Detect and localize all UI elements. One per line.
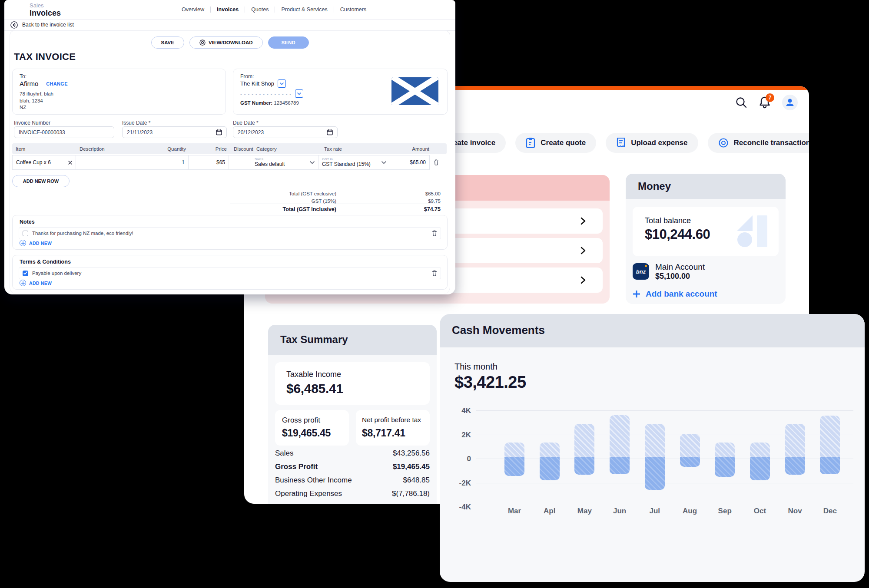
tab-products-services[interactable]: Product & Services [275, 7, 333, 13]
chart-bar [680, 434, 700, 467]
x-axis-label: Jul [635, 507, 674, 515]
delete-term-icon[interactable] [432, 270, 437, 276]
cash-plot: 4K2K0-2K-4K [476, 410, 853, 507]
terms-title: Terms & Conditions [20, 259, 71, 265]
y-axis-tick: 0 [445, 455, 471, 463]
y-axis-tick: -2K [445, 479, 471, 488]
due-date-input[interactable]: 20/12/2023 [233, 126, 338, 138]
total-balance-card: Total balance $10,244.60 [633, 207, 779, 256]
total-excl-value: $65.00 [362, 191, 441, 196]
chart-bar [574, 424, 594, 475]
gst-label: GST (15%) [187, 198, 336, 204]
tab-invoices[interactable]: Invoices [210, 7, 245, 13]
this-month-label: This month [454, 362, 498, 372]
chart-bar-outflow [645, 457, 665, 490]
view-icon [199, 40, 206, 46]
x-axis-label: Aug [670, 507, 710, 515]
delete-note-icon[interactable] [432, 230, 437, 236]
tax-row: Sales $43,256.56 [275, 446, 430, 460]
add-new-term-link[interactable]: ADD NEW [20, 280, 52, 286]
section-tabs: Overview Invoices Quotes Product & Servi… [176, 0, 372, 19]
y-axis-tick: 2K [445, 431, 471, 439]
chevron-right-icon [580, 247, 586, 254]
chart-bar-inflow [574, 424, 594, 457]
item-cell[interactable]: Coffee Cup x 6 [12, 155, 76, 170]
search-icon[interactable] [735, 96, 747, 109]
tab-customers[interactable]: Customers [334, 7, 372, 13]
x-axis-label: Apl [530, 507, 569, 515]
reconcile-transactions-button[interactable]: Reconcile transactions [708, 133, 809, 153]
upload-expense-button[interactable]: Upload expense [606, 133, 698, 153]
chart-bar [610, 415, 630, 474]
page-title: Invoices [30, 9, 61, 18]
chart-bar-inflow [750, 443, 770, 457]
tax-summary-title: Tax Summary [280, 334, 348, 346]
view-download-button[interactable]: VIEW/DOWNLOAD [189, 36, 263, 49]
note-text[interactable]: Thanks for purchasing NZ made, eco frien… [32, 231, 428, 236]
invoice-number-input[interactable]: INVOICE-00000033 [14, 126, 114, 138]
address-line: 78 ifiuyhrf, blah [20, 91, 53, 98]
invoice-window: Sales Invoices Overview Invoices Quotes … [4, 0, 455, 294]
chart-bar-inflow [504, 443, 524, 457]
notifications-bell-icon[interactable]: 7 [759, 96, 771, 109]
calendar-icon[interactable] [216, 129, 222, 135]
create-quote-button[interactable]: Create quote [515, 133, 596, 153]
notes-section: Notes Thanks for purchasing NZ made, eco… [12, 215, 448, 250]
terms-checkbox[interactable] [23, 271, 28, 276]
remove-item-icon[interactable] [68, 161, 72, 165]
note-row: Thanks for purchasing NZ made, eco frien… [19, 227, 441, 239]
notes-checkbox[interactable] [23, 231, 28, 236]
chart-bar-inflow [645, 424, 665, 457]
save-button[interactable]: SAVE [151, 36, 184, 49]
chart-bar-inflow [540, 443, 560, 457]
add-new-note-link[interactable]: ADD NEW [20, 240, 52, 246]
discount-cell[interactable] [229, 155, 251, 170]
from-label: From: [240, 73, 254, 79]
bnz-bank-logo: bnz [633, 263, 649, 280]
to-card: To: Afirmo CHANGE 78 ifiuyhrf, blah blah… [12, 69, 226, 115]
tab-overview[interactable]: Overview [176, 7, 210, 13]
chart-gridline [476, 410, 853, 411]
quantity-cell[interactable]: 1 [161, 155, 189, 170]
issue-date-input[interactable]: 21/11/2023 [122, 126, 227, 138]
tax-rate-select[interactable]: GST inGST Standard (15%) [318, 155, 390, 170]
description-cell[interactable] [76, 155, 161, 170]
user-avatar[interactable] [782, 95, 798, 110]
price-cell[interactable]: $65 [188, 155, 229, 170]
chart-bar [820, 416, 840, 474]
to-label: To: [20, 73, 27, 79]
notes-title: Notes [20, 219, 35, 225]
add-bank-account-link[interactable]: Add bank account [633, 289, 717, 299]
chart-bar-outflow [715, 457, 735, 477]
chart-bar-outflow [610, 457, 630, 474]
address-line: NZ [20, 104, 53, 111]
category-select[interactable]: SalesSales default [251, 155, 318, 170]
net-profit-value: $8,717.41 [362, 427, 405, 439]
send-button[interactable]: SEND [268, 36, 309, 49]
company-select-chevron-icon[interactable] [278, 79, 286, 88]
from-company: The Kilt Shop [240, 80, 274, 87]
address-line: blah, 1234 [20, 98, 53, 105]
total-balance-label: Total balance [645, 216, 691, 225]
x-axis-label: Oct [740, 507, 779, 515]
cash-movements-card: Cash Movements This month $3,421.25 4K2K… [440, 314, 865, 582]
x-axis-label: Mar [495, 507, 534, 515]
add-new-row-button[interactable]: ADD NEW ROW [12, 175, 70, 187]
back-link[interactable]: Back to the invoice list [4, 19, 455, 31]
money-card: Money Total balance $10,244.60 bnz Main … [626, 174, 786, 304]
money-title: Money [638, 180, 671, 192]
plus-circle-icon [20, 280, 26, 286]
branding-select-chevron-icon[interactable] [295, 89, 303, 98]
x-axis-label: Jun [600, 507, 639, 515]
y-axis-tick: -4K [445, 503, 471, 512]
change-customer-link[interactable]: CHANGE [46, 81, 67, 86]
calendar-icon[interactable] [327, 129, 333, 135]
terms-section: Terms & Conditions Payable upon delivery… [12, 255, 448, 290]
chart-bar-inflow [820, 416, 840, 456]
chart-bar-inflow [680, 434, 700, 457]
invoice-number-label: Invoice Number [14, 120, 50, 126]
delete-row-icon[interactable] [429, 155, 443, 170]
tab-quotes[interactable]: Quotes [245, 7, 275, 13]
chart-bar-inflow [785, 424, 805, 457]
term-text[interactable]: Payable upon delivery [32, 271, 428, 276]
